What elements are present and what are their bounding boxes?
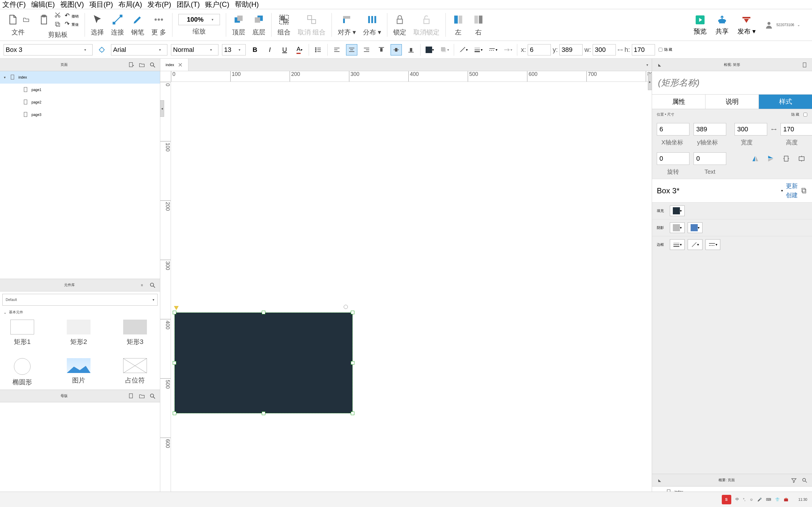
link-wh-icon[interactable]: ⟷ [771,127,776,131]
resize-handle[interactable] [173,411,176,415]
ime-skin-icon[interactable]: 👕 [775,498,780,502]
resize-handle[interactable] [173,361,176,365]
hide-checkbox[interactable]: 隐 藏 [659,47,672,52]
ime-mic-icon[interactable]: 🎤 [757,498,762,502]
tb-select-group[interactable]: 选择 [88,11,107,38]
search-icon[interactable] [149,281,156,289]
resize-handle[interactable] [351,361,354,365]
zoom-combo[interactable]: ▾ [179,14,220,25]
fill-swatch[interactable]: ▾ [670,206,685,216]
menu-team[interactable]: 团队(T) [176,0,200,9]
insp-w-input[interactable] [734,123,767,135]
tb-group-btn[interactable]: 组合 [274,11,294,38]
tb-connect-group[interactable]: 连接 [108,11,127,38]
filter-icon[interactable] [790,476,798,484]
page-tree-item[interactable]: page2 [0,96,160,109]
bullet-list-button[interactable] [312,44,324,55]
ime-keyboard-icon[interactable]: ⌨ [766,498,771,502]
menu-edit[interactable]: 编辑(E) [31,0,55,9]
text-color-button[interactable]: A ▾ [294,44,305,55]
tb-pen-group[interactable]: 钢笔 [128,11,147,38]
inner-shadow-swatch[interactable]: ▾ [688,222,703,233]
collapse-left-icon[interactable]: ◂ [160,100,164,117]
tb-ungroup-btn[interactable]: 取消 组合 [295,11,328,38]
border-style-button[interactable]: ▾ [487,44,499,55]
search-icon[interactable] [149,392,156,400]
menu-publish[interactable]: 发布(P) [148,0,171,9]
border-color-swatch[interactable]: ▾ [688,239,703,250]
border-width-button[interactable]: ▾ [472,44,484,55]
widget-section-header[interactable]: ⌄基本元件 [0,308,160,317]
widget-item[interactable]: 矩形2 [62,320,95,346]
tb-left-btn[interactable]: 左 [449,11,468,38]
arrow-style-button[interactable]: ▾ [502,44,513,55]
resize-handle[interactable] [351,311,354,314]
add-folder-icon[interactable] [138,61,146,69]
user-menu[interactable]: 522073106 ⌄ [764,20,800,30]
tab-overflow-icon[interactable]: ▾ [643,63,652,67]
valign-bottom-button[interactable] [405,44,417,55]
menu-icon[interactable]: ≡ [138,281,146,289]
widget-item[interactable]: 椭圆形 [6,358,39,387]
selected-rectangle[interactable] [174,313,353,413]
menu-project[interactable]: 项目(P) [89,0,113,9]
valign-top-button[interactable] [376,44,387,55]
open-file-icon[interactable] [22,15,30,24]
cut-icon[interactable] [53,11,62,19]
italic-button[interactable]: I [264,44,275,55]
paste-icon[interactable] [37,13,50,26]
outer-shadow-button[interactable]: ▾ [439,44,450,55]
ime-emoji-icon[interactable]: ☺ [750,498,753,502]
resize-handle[interactable] [173,311,176,314]
publish-button[interactable]: 发布 ▾ [738,14,756,36]
search-icon[interactable] [149,61,156,69]
create-style-link[interactable]: 创建 [786,191,798,199]
insp-rot-input[interactable] [657,152,690,165]
page-tree-item[interactable]: ▾index [0,71,160,83]
link-wh-icon[interactable]: ⟷ [618,48,623,52]
ime-icon[interactable]: S [722,495,731,504]
chevron-down-icon[interactable]: ▾ [781,188,783,193]
canvas[interactable] [171,82,652,498]
rotate-handle[interactable] [344,305,348,309]
page-icon[interactable] [801,61,808,69]
redo-button[interactable]: ↷ 重做 [65,20,79,27]
align-left-button[interactable] [331,44,343,55]
widget-item[interactable]: 矩形3 [119,320,151,346]
h-input[interactable] [632,44,655,55]
widget-item[interactable]: 图片 [62,358,95,387]
underline-button[interactable]: U [279,44,290,55]
widget-library-combo[interactable]: Default▾ [2,294,158,306]
shape-name-combo[interactable]: ▾ [4,44,93,55]
tb-distribute-btn[interactable]: 分布 ▾ [360,11,384,38]
tab-index[interactable]: index✕ [160,59,189,71]
add-page-icon[interactable] [127,61,135,69]
align-center-button[interactable] [346,44,357,55]
insp-h-input[interactable] [780,123,812,135]
update-style-link[interactable]: 更新 [786,182,798,190]
zoom-input[interactable] [181,14,210,25]
ime-lang-icon[interactable]: 中 [735,497,739,502]
flip-h-icon[interactable] [750,153,761,164]
bold-button[interactable]: B [249,44,261,55]
tab-style[interactable]: 样式 [759,95,812,109]
target-icon[interactable] [96,44,107,55]
resize-handle[interactable] [262,311,265,314]
tb-lock-btn[interactable]: 锁定 [390,11,409,38]
flip-v-icon[interactable] [765,153,776,164]
align-right-button[interactable] [361,44,372,55]
valign-middle-button[interactable] [391,44,402,55]
ime-toolbox-icon[interactable]: 🧰 [784,498,788,502]
insp-y-input[interactable] [694,123,726,135]
search-icon[interactable] [801,476,808,484]
add-folder-icon[interactable] [138,392,146,400]
widget-item[interactable]: 矩形1 [6,320,39,346]
style-name[interactable]: Box 3* [657,186,778,195]
tb-right-btn[interactable]: 右 [469,11,488,38]
shape-name-field[interactable] [652,71,812,94]
ime-punct-icon[interactable]: °, [743,498,746,502]
close-tab-icon[interactable]: ✕ [178,61,183,68]
y-input[interactable] [559,44,582,55]
border-style-swatch[interactable]: ▾ [705,239,720,250]
w-input[interactable] [593,44,616,55]
